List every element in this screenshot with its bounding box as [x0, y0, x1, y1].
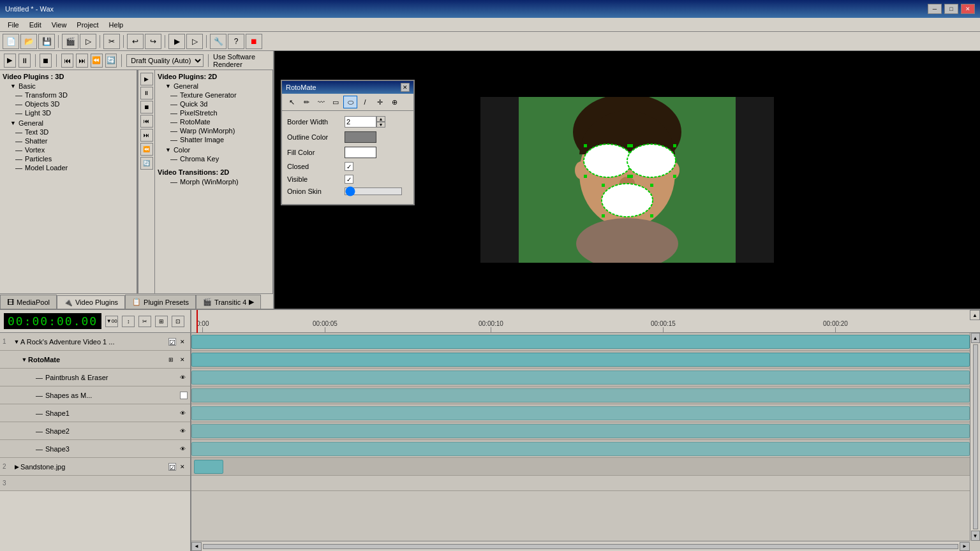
tree-text3d[interactable]: — Text 3D	[3, 128, 134, 136]
clip-block-s3[interactable]	[191, 442, 970, 456]
zoom-fit[interactable]: ⊡	[172, 316, 184, 327]
tab-videoplugins[interactable]: 🔌 Video Plugins	[57, 295, 125, 309]
border-width-up[interactable]: ▲	[376, 116, 385, 122]
closed-checkbox[interactable]: ✓	[345, 162, 353, 171]
track-row-paintbrush[interactable]: — Paintbrush & Eraser 👁	[0, 369, 190, 386]
stop-preview-button[interactable]: ⏹	[40, 54, 52, 68]
track-vis-s3[interactable]: 👁	[177, 444, 188, 454]
tab-presets[interactable]: 📋 Plugin Presets	[125, 295, 196, 309]
redo-button[interactable]: ↪	[145, 34, 161, 49]
tree-color-group[interactable]: ▼ Color	[158, 145, 270, 154]
track-expand-rm[interactable]: ▼	[20, 356, 28, 364]
loop-button[interactable]: 🔄	[105, 54, 117, 68]
clip-block-pb[interactable]	[191, 371, 970, 385]
save-button[interactable]: 💾	[38, 34, 55, 49]
render-button[interactable]: ▶	[168, 34, 185, 49]
rt-pen-tool[interactable]: ✏	[299, 96, 313, 108]
track-del-rm[interactable]: ✕	[177, 355, 188, 365]
menu-view[interactable]: View	[47, 20, 72, 30]
tree-shatter-img[interactable]: — Shatter Image	[158, 135, 270, 144]
tab-transitions[interactable]: 🎬 Transitic 4 ▶	[196, 295, 261, 309]
scroll-up-btn2[interactable]: ▲	[971, 333, 980, 343]
track-row-2[interactable]: 2 ▶ Sandstone.jpg ☑ ✕	[0, 458, 190, 476]
track-row-3[interactable]: 3	[0, 476, 190, 491]
transport-pause[interactable]: ⏸	[140, 87, 153, 99]
h-scroll-thumb[interactable]	[203, 544, 958, 549]
track-del-2[interactable]: ✕	[177, 462, 188, 472]
next-frame-button[interactable]: ⏭	[76, 54, 88, 68]
outline-color-swatch[interactable]	[345, 131, 376, 143]
clip-block-rm[interactable]	[191, 353, 970, 367]
preview-button[interactable]: 🎬	[62, 34, 78, 49]
render-all-button[interactable]: ▷	[186, 34, 203, 49]
scroll-right-button[interactable]: ►	[960, 542, 970, 551]
border-width-down[interactable]: ▼	[376, 122, 385, 128]
rt-ellipse-tool[interactable]: ⬭	[343, 96, 357, 108]
transport-loop[interactable]: 🔄	[140, 157, 153, 170]
set-time-button[interactable]: ▼00	[105, 316, 118, 327]
play-preview-button[interactable]: ▶	[4, 54, 16, 68]
tree-light3d[interactable]: — Light 3D	[3, 108, 134, 117]
track-vis-1[interactable]: ☑	[168, 338, 176, 346]
onion-skin-slider[interactable]	[345, 187, 402, 195]
quality-select[interactable]: Draft Quality (Auto) Full Quality	[126, 54, 204, 67]
undo-button[interactable]: ↩	[127, 34, 144, 49]
tree-vortex[interactable]: — Vortex	[3, 145, 134, 154]
v-scroll-thumb[interactable]	[973, 344, 978, 529]
tree-pixelstretch[interactable]: — PixelStretch	[158, 108, 270, 117]
track-row-shapes[interactable]: — Shapes as M...	[0, 386, 190, 404]
visible-checkbox[interactable]: ✓	[345, 175, 353, 184]
track-vis-pb[interactable]: 👁	[177, 372, 188, 383]
tree-2d-general-group[interactable]: ▼ General	[158, 82, 270, 91]
rt-pointer-tool[interactable]: ↖	[285, 96, 299, 108]
cut-timeline[interactable]: ✂	[138, 316, 151, 327]
clip-block-1[interactable]	[191, 335, 970, 349]
transport-next[interactable]: ⏭	[140, 129, 153, 142]
menu-help[interactable]: Help	[104, 20, 129, 30]
tree-morph[interactable]: — Morph (WinMorph)	[158, 177, 270, 186]
track-vis-s2[interactable]: 👁	[177, 426, 188, 436]
rotomate-close-button[interactable]: ✕	[401, 83, 410, 92]
open-button[interactable]: 📂	[20, 34, 37, 49]
loop-toggle[interactable]: ↕	[122, 316, 135, 327]
settings-button[interactable]: 🔧	[210, 34, 226, 49]
rt-bezier-tool[interactable]: 〰	[314, 96, 328, 108]
start-button[interactable]: ⏪	[91, 54, 103, 68]
transport-start[interactable]: ⏪	[140, 143, 153, 156]
tree-warp[interactable]: — Warp (WinMorph)	[158, 126, 270, 135]
tab-mediapool[interactable]: 🎞 MediaPool	[0, 295, 57, 309]
transport-play[interactable]: ▶	[140, 73, 153, 85]
fill-color-swatch[interactable]	[345, 147, 376, 158]
scroll-down-button[interactable]: ▼	[971, 531, 980, 541]
minimize-button[interactable]: ─	[928, 4, 942, 14]
rt-rect-tool[interactable]: ▭	[329, 96, 343, 108]
tree-shatter[interactable]: — Shatter	[3, 136, 134, 145]
track-row-shape1[interactable]: — Shape1 👁	[0, 404, 190, 422]
tree-modelloader[interactable]: — Model Loader	[3, 163, 134, 172]
track-expand-1[interactable]: ▼	[13, 338, 20, 346]
tree-general-group[interactable]: ▼ General	[3, 119, 134, 128]
new-button[interactable]: 📄	[3, 34, 19, 49]
prev-frame-button[interactable]: ⏮	[61, 54, 73, 68]
track-settings-rm[interactable]: ⊞	[166, 355, 176, 365]
track-vis-sh[interactable]	[180, 392, 188, 399]
rt-move-tool[interactable]: ✛	[373, 96, 387, 108]
cut-button[interactable]: ✂	[103, 34, 120, 49]
more-tabs-icon[interactable]: ▶	[249, 298, 254, 306]
rt-line-tool[interactable]: /	[358, 96, 372, 108]
menu-project[interactable]: Project	[71, 20, 103, 30]
track-row-shape3[interactable]: — Shape3 👁	[0, 440, 190, 458]
snap-toggle[interactable]: ⊞	[155, 316, 168, 327]
track-vis-s1[interactable]: 👁	[177, 408, 188, 418]
export-button[interactable]: ▷	[80, 34, 96, 49]
tree-particles[interactable]: — Particles	[3, 154, 134, 163]
tree-texture-gen[interactable]: — Texture Generator	[158, 91, 270, 99]
track-expand-2[interactable]: ▶	[13, 463, 20, 471]
clip-block-sh[interactable]	[191, 388, 970, 402]
clip-block-s2[interactable]	[191, 424, 970, 438]
menu-file[interactable]: File	[3, 20, 24, 30]
menu-edit[interactable]: Edit	[24, 20, 47, 30]
maximize-button[interactable]: □	[944, 4, 958, 14]
track-row-1[interactable]: 1 ▼ A Rock's Adventure Video 1 ... ☑ ✕	[0, 333, 190, 351]
scroll-left-button[interactable]: ◄	[191, 542, 202, 551]
